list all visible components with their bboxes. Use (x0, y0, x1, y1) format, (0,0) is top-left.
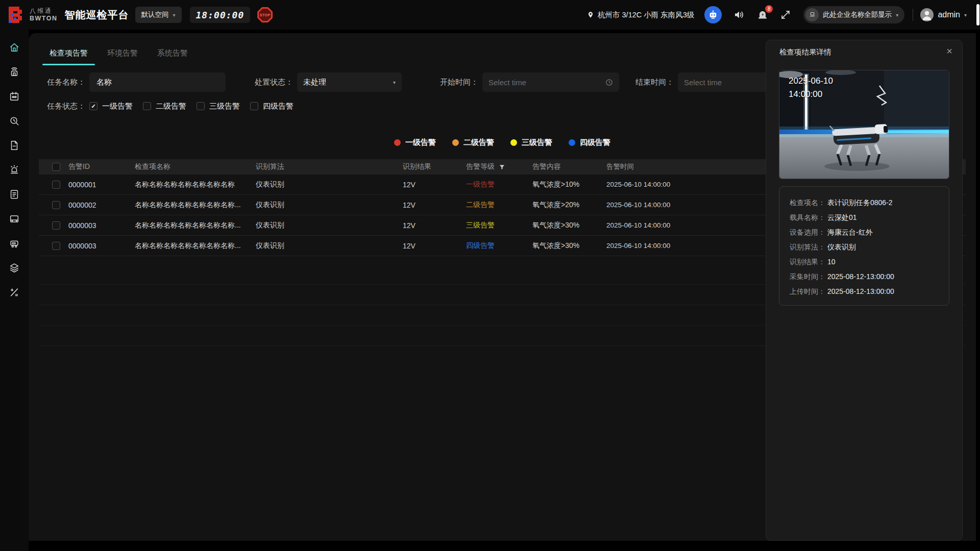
stop-button[interactable]: STOP (257, 7, 273, 22)
alarm-notifications-button[interactable]: 8 (756, 9, 769, 21)
user-menu[interactable]: admin ▾ (920, 8, 967, 21)
level-checkbox-item[interactable]: 三级告警 (197, 102, 240, 111)
checkbox[interactable] (250, 102, 258, 110)
field-value: 云深处01 (827, 210, 857, 225)
topbar: 八维通 BWTON 智能巡检平台 默认空间 ▾ 18:00:00 STOP 杭州… (0, 0, 980, 30)
chevron-down-icon: ▾ (173, 12, 176, 18)
photo-time: 14:00:00 (789, 88, 833, 101)
tab[interactable]: 系统告警 (150, 45, 195, 65)
row-checkbox[interactable] (52, 201, 60, 209)
field-value: 海康云台-红外 (827, 225, 873, 240)
sidebar-item-monitor[interactable] (9, 213, 20, 224)
handle-status-select[interactable]: 未处理 ▾ (297, 72, 402, 92)
start-time-label: 开始时间： (440, 78, 478, 87)
task-name-input[interactable]: 名称 (89, 72, 226, 92)
cell-item-name: 名称名称名称名称名称名称名称... (135, 221, 256, 230)
task-state-label: 任务状态： (47, 102, 85, 111)
field-label: 检查项名： (790, 195, 825, 210)
field-label: 采集时间： (790, 269, 825, 284)
volume-button[interactable] (733, 9, 745, 21)
detail-field: 设备选用： 海康云台-红外 (790, 225, 942, 240)
sidebar-item-alarms[interactable] (9, 164, 20, 176)
weather-status: 杭州市 3/12C 小雨 东南风3级 (587, 10, 694, 20)
weather-text: 杭州市 3/12C 小雨 东南风3级 (598, 10, 694, 20)
brand-en: BWTON (30, 15, 58, 22)
page-scrollbar-thumb[interactable] (976, 4, 979, 26)
col-header-level: 告警等级 (466, 162, 532, 171)
row-checkbox[interactable] (52, 221, 60, 230)
checkbox-label: 四级告警 (263, 102, 293, 111)
location-pin-icon (587, 10, 594, 19)
level-checkbox-item[interactable]: 一级告警 (89, 102, 133, 111)
space-select[interactable]: 默认空间 ▾ (135, 7, 182, 23)
legend-item: 二级告警 (452, 138, 494, 147)
time-search-icon (9, 115, 20, 127)
level-checkbox-item[interactable]: 四级告警 (250, 102, 293, 111)
legend-label: 二级告警 (463, 138, 494, 147)
sidebar-item-schedule[interactable] (9, 91, 20, 102)
sidebar-item-reports[interactable] (9, 189, 20, 200)
field-label: 载具名称： (790, 210, 825, 225)
detail-field: 采集时间： 2025-08-12-13:00:00 (790, 269, 942, 284)
level-checkbox-item[interactable]: 二级告警 (143, 102, 186, 111)
sidebar-item-history[interactable] (9, 115, 20, 127)
field-value: 10 (827, 255, 836, 269)
cell-algorithm: 仪表识别 (256, 201, 403, 210)
checkbox-label: 二级告警 (156, 102, 186, 111)
checkbox[interactable] (197, 102, 205, 110)
detail-field: 上传时间： 2025-08-12-13:00:00 (790, 284, 942, 299)
cell-alarm-content: 氧气浓度>10% (532, 180, 606, 189)
detail-panel-header: 检查项结果详情 × (766, 40, 962, 65)
tab[interactable]: 环境告警 (100, 45, 145, 65)
start-time-picker[interactable]: Select time (482, 72, 619, 92)
detail-field: 识别结果： 10 (790, 255, 942, 269)
cell-alarm-level: 四级告警 (466, 241, 532, 251)
cell-alarm-content: 氧气浓度>30% (532, 221, 606, 230)
layers-icon (9, 262, 20, 273)
sidebar-item-settings[interactable] (9, 287, 20, 298)
space-select-value: 默认空间 (141, 10, 169, 19)
result-info-card: 检查项名： 表计识别任务0806-2 载具名称： 云深处01 设备选用： 海康云… (779, 186, 949, 306)
enterprise-select[interactable]: 此处企业名称全部显示 ▾ (803, 6, 904, 23)
document-icon (9, 140, 20, 151)
handle-status-label: 处置状态： (255, 78, 293, 87)
select-all-checkbox[interactable] (52, 163, 60, 171)
sidebar-item-rover[interactable] (9, 238, 20, 249)
topbar-right: 杭州市 3/12C 小雨 东南风3级 (587, 6, 980, 23)
filter-funnel-icon[interactable] (499, 164, 505, 170)
legend-dot-icon (510, 139, 517, 146)
field-label: 设备选用： (790, 225, 825, 240)
row-checkbox[interactable] (52, 181, 60, 189)
sidebar-item-layers[interactable] (9, 262, 20, 273)
rover-icon (9, 238, 20, 249)
tab[interactable]: 检查项告警 (42, 45, 95, 65)
sidebar-item-home[interactable] (9, 42, 20, 53)
photo-date: 2025-06-10 (789, 74, 833, 88)
checkbox[interactable] (143, 102, 151, 110)
sidebar-item-documents[interactable] (9, 140, 20, 151)
cell-alarm-id: 0000003 (68, 242, 135, 250)
robot-assistant-button[interactable] (704, 6, 722, 23)
col-header-id: 告警ID (68, 162, 135, 171)
chevron-down-icon: ▾ (393, 80, 396, 85)
page-title: 智能巡检平台 (65, 8, 129, 22)
close-icon[interactable]: × (944, 45, 955, 57)
detail-field: 检查项名： 表计识别任务0806-2 (790, 195, 942, 210)
cell-alarm-id: 0000002 (68, 201, 135, 209)
cell-alarm-id: 0000001 (68, 181, 135, 189)
notification-badge: 8 (765, 5, 773, 13)
checkbox[interactable] (89, 102, 97, 110)
legend-label: 三级告警 (522, 138, 552, 147)
result-photo: 2025-06-10 14:00:00 (779, 70, 949, 179)
field-label: 上传时间： (790, 284, 825, 299)
sidebar-item-station[interactable] (9, 66, 20, 78)
checkbox-label: 一级告警 (102, 102, 133, 111)
cell-algorithm: 仪表识别 (256, 180, 403, 189)
detail-field: 载具名称： 云深处01 (790, 210, 942, 225)
result-detail-panel: 检查项结果详情 × (766, 40, 963, 541)
dock-station-icon (9, 66, 20, 78)
expand-icon (780, 9, 791, 20)
row-checkbox[interactable] (52, 242, 60, 250)
field-value: 仪表识别 (827, 240, 856, 255)
fullscreen-button[interactable] (780, 9, 791, 20)
